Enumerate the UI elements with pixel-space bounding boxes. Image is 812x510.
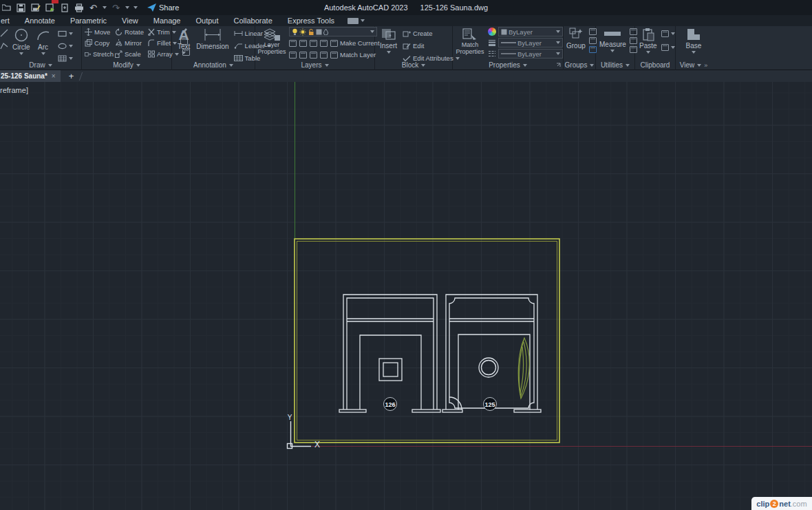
match-layer-button[interactable]: Match Layer (330, 50, 376, 60)
save-icon[interactable] (16, 3, 26, 13)
linetype-icon[interactable] (488, 50, 496, 57)
copy-button[interactable]: Copy (85, 38, 114, 48)
export-icon[interactable] (45, 3, 55, 13)
panel-label-properties[interactable]: Properties (453, 61, 563, 70)
object-color-dropdown[interactable]: ByLayer (498, 27, 563, 36)
tab-express-tools[interactable]: Express Tools (280, 15, 342, 26)
panel-label-clipboard[interactable]: Clipboard (635, 61, 675, 70)
panel-label-modify[interactable]: Modify (82, 61, 171, 70)
layer-plot-icon (323, 28, 328, 35)
layer-unisolate-button[interactable] (299, 52, 307, 59)
file-tab-label: 25-126 Sauna* (1, 72, 47, 80)
panel-label-annotation[interactable]: Annotation (172, 61, 255, 70)
ellipse-button[interactable] (58, 41, 73, 51)
room-number-126: 126 (385, 401, 395, 408)
panel-label-groups[interactable]: Groups (564, 61, 595, 70)
mirror-icon (115, 39, 122, 47)
make-current-icon (330, 40, 338, 47)
match-properties-button[interactable]: Match Properties (456, 27, 484, 61)
linetype-dropdown[interactable]: ByLayer (498, 49, 563, 59)
mirror-button[interactable]: Mirror (115, 38, 147, 48)
layer-unlock-button[interactable] (320, 52, 328, 59)
tab-annotate[interactable]: Annotate (17, 15, 63, 26)
model-space-drawing[interactable]: Y X 126 (0, 82, 812, 510)
tab-parametric[interactable]: Parametric (63, 15, 114, 26)
polyline-tool-partial-icon[interactable] (0, 41, 8, 50)
tab-collaborate[interactable]: Collaborate (226, 15, 280, 26)
paste-button[interactable]: Paste (638, 27, 659, 61)
save-as-icon[interactable] (30, 3, 41, 13)
redo-caret-icon[interactable] (125, 6, 129, 9)
panel-label-utilities[interactable]: Utilities (596, 61, 634, 70)
circle-button[interactable]: Circle (11, 27, 32, 61)
cut-clip-button[interactable] (661, 28, 675, 39)
color-wheel-icon[interactable] (488, 28, 496, 36)
layer-off-button[interactable] (289, 40, 297, 47)
close-tab-icon[interactable]: × (52, 72, 56, 80)
tab-view[interactable]: View (114, 15, 146, 26)
layer-thaw-button[interactable] (310, 52, 317, 59)
rotate-button[interactable]: Rotate (115, 27, 147, 37)
undo-caret-icon[interactable] (103, 6, 107, 9)
measure-button[interactable]: Measure (598, 27, 628, 61)
open-folder-icon[interactable] (1, 3, 12, 13)
lineweight-dropdown[interactable]: ByLayer (498, 38, 563, 47)
panel-label-draw[interactable]: Draw (0, 61, 81, 70)
layer-dropdown[interactable] (289, 27, 377, 36)
copy-clip-button[interactable] (661, 42, 675, 52)
construction-lines[interactable] (292, 82, 812, 447)
stretch-button[interactable]: Stretch (85, 49, 114, 59)
redo-icon[interactable]: ↷ (111, 3, 121, 13)
new-tab-button[interactable]: + (69, 71, 74, 81)
properties-dialog-launcher-icon[interactable] (556, 63, 561, 67)
tab-manage[interactable]: Manage (146, 15, 189, 26)
group-button[interactable]: Group (565, 27, 587, 61)
dimension-button[interactable]: Dimension (195, 27, 230, 61)
undo-icon[interactable]: ↶ (88, 3, 98, 13)
layer-properties-button[interactable]: Layer Properties (257, 27, 286, 61)
lineweight-icon[interactable] (488, 39, 496, 46)
tab-insert-partial[interactable]: ert (0, 15, 17, 26)
insert-button[interactable]: Insert (378, 27, 398, 61)
array-icon (148, 50, 155, 58)
print-icon[interactable] (74, 3, 84, 13)
line-tool-partial-icon[interactable] (0, 28, 8, 38)
layer-freeze-button[interactable] (310, 40, 317, 47)
share-plane-icon (147, 3, 156, 12)
customize-qat-icon[interactable] (133, 6, 138, 9)
layer-on-all-button[interactable] (289, 52, 297, 59)
panel-overflow-icon[interactable]: » (704, 62, 707, 69)
create-block-button[interactable]: Create (403, 28, 460, 39)
move-button[interactable]: Move (85, 27, 114, 37)
drawing-canvas[interactable]: reframe] Y X (0, 82, 812, 510)
arc-button[interactable]: Arc (34, 27, 52, 61)
panel-label-block[interactable]: Block (375, 61, 452, 70)
edit-block-button[interactable]: Edit (403, 41, 460, 51)
layer-isolate-button[interactable] (299, 40, 307, 47)
leaf-decoration[interactable] (518, 338, 529, 399)
base-caret-icon (692, 51, 696, 54)
ribbon-display-caret-icon (361, 19, 365, 22)
move-icon (85, 28, 92, 36)
lineweight-dropdown-caret-icon (556, 41, 560, 44)
panel-label-view[interactable]: View» (676, 61, 712, 70)
paste-caret-icon (646, 51, 650, 54)
sauna-room-126[interactable]: 126 (339, 295, 440, 412)
text-button[interactable]: A Text (176, 27, 191, 61)
panel-label-layers[interactable]: Layers (255, 61, 374, 70)
make-current-button[interactable]: Make Current (330, 38, 380, 48)
base-button[interactable]: Base (685, 27, 703, 61)
scale-button[interactable]: Scale (115, 49, 147, 59)
ucs-icon: Y X (288, 414, 321, 449)
file-tab-active[interactable]: 25-126 Sauna* × (0, 70, 61, 82)
tab-output[interactable]: Output (189, 15, 226, 26)
copy-clip-icon (661, 44, 669, 51)
rectangle-button[interactable] (58, 28, 73, 39)
new-sheet-icon[interactable] (59, 3, 70, 13)
heater-126 (379, 359, 402, 381)
panel-view: Base View» (676, 26, 712, 70)
share-button[interactable]: Share (147, 3, 179, 12)
layer-lock-button[interactable] (320, 40, 328, 47)
ribbon-display-button[interactable] (348, 18, 365, 24)
properties-panel-caret-icon (523, 64, 527, 67)
